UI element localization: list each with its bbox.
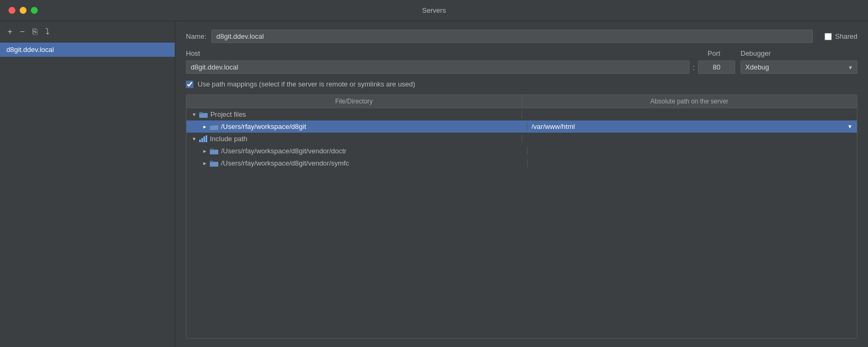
abs-path-input[interactable] <box>532 123 848 131</box>
mappings-table: File/Directory Absolute path on the serv… <box>186 94 857 339</box>
table-row[interactable]: /Users/rfay/workspace/d8git/vendor/doctr <box>186 145 857 157</box>
abs-path-dropdown-icon[interactable]: ▼ <box>847 124 853 129</box>
abs-path-input[interactable] <box>526 135 853 143</box>
title-bar: Servers <box>0 0 868 21</box>
cell-abs: ▼ <box>527 123 857 131</box>
svg-rect-3 <box>210 124 214 126</box>
host-section: Host Port Debugger : Xdebug Zend Debugge… <box>186 49 857 74</box>
row-label: /Users/rfay/workspace/d8git/vendor/symfc <box>221 159 349 167</box>
table-body: Project files <box>186 108 857 338</box>
svg-rect-2 <box>210 125 218 130</box>
expand-icon <box>192 112 197 117</box>
remove-server-button[interactable]: − <box>18 27 27 37</box>
folder-icon <box>210 160 218 167</box>
cell-abs <box>527 147 857 155</box>
row-label: Project files <box>210 110 246 118</box>
cell-file: Project files <box>186 110 522 118</box>
maximize-button[interactable] <box>31 7 38 14</box>
table-row[interactable]: Project files <box>186 108 857 120</box>
minimize-button[interactable] <box>20 7 27 14</box>
row-label: /Users/rfay/workspace/d8git/vendor/doctr <box>221 147 346 155</box>
host-label: Host <box>186 49 693 57</box>
svg-rect-0 <box>199 113 208 118</box>
col-abs-header: Absolute path on the server <box>522 95 857 108</box>
window-title: Servers <box>422 6 446 14</box>
table-header: File/Directory Absolute path on the serv… <box>186 95 857 108</box>
row-label: /Users/rfay/workspace/d8git <box>221 123 306 131</box>
shared-checkbox[interactable] <box>824 33 832 40</box>
path-mappings-checkbox[interactable] <box>186 81 193 88</box>
cell-file: /Users/rfay/workspace/d8git <box>186 123 527 131</box>
server-item[interactable]: d8git.ddev.local <box>0 42 175 57</box>
barchart-icon <box>199 135 207 142</box>
abs-path-input[interactable] <box>532 159 853 167</box>
path-mappings-row: Use path mappings (select if the server … <box>186 80 857 88</box>
cell-abs <box>522 110 857 118</box>
host-inputs-row: : Xdebug Zend Debugger ▼ <box>186 60 857 74</box>
folder-icon <box>210 148 218 154</box>
svg-rect-6 <box>210 162 218 167</box>
table-row[interactable]: /Users/rfay/workspace/d8git ▼ <box>186 120 857 133</box>
server-list: d8git.ddev.local <box>0 42 175 347</box>
shared-area: Shared <box>824 32 857 40</box>
debugger-select[interactable]: Xdebug Zend Debugger <box>741 60 857 74</box>
name-input[interactable] <box>211 30 813 43</box>
expand-icon <box>202 149 207 154</box>
abs-path-input[interactable] <box>532 147 853 155</box>
expand-icon <box>192 136 197 142</box>
row-label: Include path <box>210 135 248 143</box>
cell-file: /Users/rfay/workspace/d8git/vendor/symfc <box>186 159 527 167</box>
traffic-buttons[interactable] <box>8 7 38 14</box>
add-server-button[interactable]: + <box>5 27 14 37</box>
col-file-header: File/Directory <box>186 95 522 108</box>
colon-separator: : <box>690 63 698 72</box>
port-label: Port <box>693 49 735 57</box>
sidebar: + − ⎘ ⤵ d8git.ddev.local <box>0 21 175 347</box>
host-input[interactable] <box>186 60 690 74</box>
name-label: Name: <box>186 32 206 40</box>
expand-icon <box>202 161 207 166</box>
name-row: Name: Shared <box>186 30 857 43</box>
sidebar-toolbar: + − ⎘ ⤵ <box>0 21 175 42</box>
folder-icon <box>199 111 208 118</box>
debugger-select-wrap: Xdebug Zend Debugger ▼ <box>741 60 857 74</box>
expand-icon <box>202 124 207 129</box>
port-input[interactable] <box>698 60 735 74</box>
main-layout: + − ⎘ ⤵ d8git.ddev.local Name: Shared Ho… <box>0 21 868 347</box>
host-labels-row: Host Port Debugger <box>186 49 857 57</box>
cell-abs <box>527 159 857 167</box>
cell-file: Include path <box>186 135 522 143</box>
debugger-label: Debugger <box>741 49 857 57</box>
table-row[interactable]: /Users/rfay/workspace/d8git/vendor/symfc <box>186 157 857 169</box>
cell-file: /Users/rfay/workspace/d8git/vendor/doctr <box>186 147 527 155</box>
copy-server-button[interactable]: ⎘ <box>30 27 40 37</box>
cell-abs <box>522 135 857 143</box>
svg-rect-1 <box>199 112 203 114</box>
svg-rect-5 <box>210 149 214 150</box>
import-server-button[interactable]: ⤵ <box>43 27 52 37</box>
content-panel: Name: Shared Host Port Debugger : Xdebug <box>175 21 868 347</box>
svg-rect-4 <box>210 150 218 154</box>
close-button[interactable] <box>8 7 15 14</box>
path-mappings-label: Use path mappings (select if the server … <box>198 80 415 88</box>
svg-rect-7 <box>210 161 214 162</box>
table-row[interactable]: Include path <box>186 133 857 145</box>
shared-label: Shared <box>835 32 857 40</box>
folder-icon <box>210 123 218 130</box>
abs-path-input[interactable] <box>526 110 853 118</box>
